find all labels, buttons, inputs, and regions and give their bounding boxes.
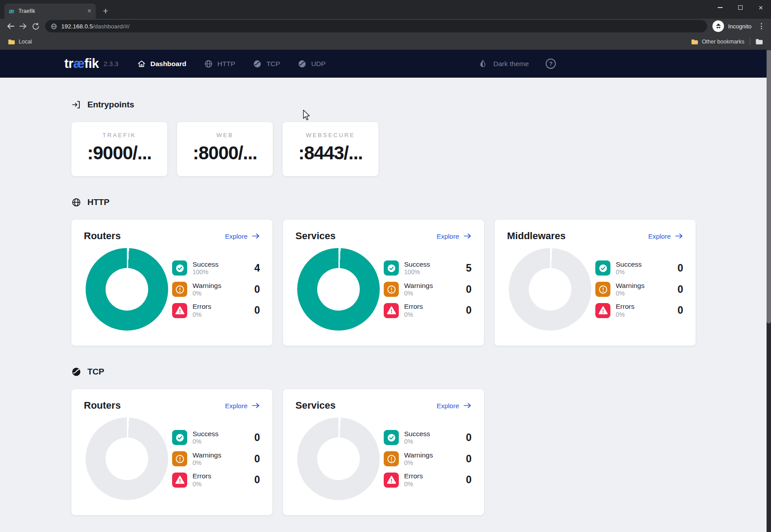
warning-badge — [384, 282, 399, 297]
dashboard-content: Entrypoints TRAEFIK :9000/... WEB :8000/… — [0, 78, 696, 515]
header-right: Dark theme ? — [478, 50, 556, 78]
stats-list: Success100%5Warnings0%0Errors0%0 — [384, 260, 472, 319]
stat-percent: 0% — [193, 290, 221, 298]
nav-dashboard[interactable]: Dashboard — [137, 59, 186, 68]
alert-triangle-icon — [386, 475, 397, 485]
incognito-label: Incognito — [728, 23, 751, 30]
stat-label: Success — [616, 260, 642, 268]
stat-value: 0 — [254, 304, 260, 316]
incognito-icon — [712, 20, 724, 32]
stat-value: 5 — [466, 262, 472, 274]
error-badge — [384, 303, 399, 318]
minimize-button[interactable] — [710, 0, 730, 15]
stat-percent: 0% — [404, 438, 430, 446]
stat-value: 0 — [254, 284, 260, 296]
explore-link[interactable]: Explore — [648, 233, 683, 240]
new-tab-button[interactable]: + — [99, 5, 112, 17]
arrow-right-icon — [252, 233, 260, 240]
bookmarks-bar: Local Other bookmarks — [0, 34, 771, 50]
traefik-logo: træfik — [64, 56, 99, 71]
nav-tcp[interactable]: TCP — [253, 59, 280, 68]
explore-link[interactable]: Explore — [225, 402, 260, 410]
scrollbar-thumb[interactable] — [767, 50, 771, 323]
stat-percent: 0% — [193, 311, 211, 319]
stat-row-error: Errors0%0 — [172, 302, 260, 319]
stat-value: 0 — [466, 453, 472, 465]
stat-label: Warnings — [404, 281, 433, 290]
traefik-page: træfik 2.3.3 Dashboard HTTP TCP UDP — [0, 50, 771, 532]
explore-link[interactable]: Explore — [437, 402, 472, 410]
check-circle-icon — [386, 433, 397, 443]
back-button[interactable] — [4, 20, 17, 32]
globe-icon — [71, 197, 81, 207]
tab-close-icon[interactable]: × — [87, 8, 91, 15]
proxy-circle-icon — [253, 59, 262, 68]
stat-row-success: Success100%4 — [172, 260, 260, 276]
forward-button[interactable] — [17, 20, 29, 32]
arrow-right-icon — [252, 402, 260, 409]
entrypoints-section: Entrypoints TRAEFIK :9000/... WEB :8000/… — [71, 100, 696, 176]
window-close-button[interactable]: × — [751, 0, 771, 15]
help-icon[interactable]: ? — [546, 59, 556, 69]
stats-list: Success0%0Warnings0%0Errors0%0 — [595, 260, 683, 319]
stat-label: Success — [404, 430, 430, 438]
stat-label: Success — [193, 260, 219, 268]
error-badge — [172, 303, 187, 318]
stat-percent: 0% — [616, 268, 642, 276]
entrypoints-heading: Entrypoints — [71, 100, 696, 110]
error-badge — [595, 303, 610, 318]
stat-value: 0 — [254, 474, 260, 486]
warning-badge — [595, 282, 610, 297]
browser-menu-button[interactable] — [756, 20, 767, 32]
warning-badge — [384, 451, 399, 466]
bookmark-local[interactable]: Local — [8, 39, 32, 45]
bookmarks-separator — [750, 38, 750, 46]
explore-link[interactable]: Explore — [225, 233, 260, 240]
explore-link[interactable]: Explore — [437, 233, 472, 240]
stat-row-success: Success100%5 — [384, 260, 472, 276]
stat-percent: 0% — [193, 438, 219, 446]
stat-label: Warnings — [193, 281, 221, 290]
stat-label: Warnings — [616, 281, 645, 290]
alert-circle-icon — [598, 284, 608, 295]
stat-percent: 0% — [404, 481, 423, 489]
reload-button[interactable] — [29, 20, 42, 32]
stat-value: 0 — [466, 284, 472, 296]
other-bookmarks[interactable]: Other bookmarks — [691, 39, 744, 45]
stat-row-success: Success0%0 — [595, 260, 683, 276]
section-heading-tcp: TCP — [71, 367, 696, 377]
section-title: HTTP — [87, 197, 110, 207]
card-title: Services — [295, 400, 336, 411]
stat-row-warning: Warnings0%0 — [595, 281, 683, 298]
url-bar[interactable]: 192.168.0.5/dashboard/#/ — [45, 20, 707, 32]
stat-label: Errors — [193, 472, 211, 480]
section-title: TCP — [87, 367, 104, 377]
main-nav: Dashboard HTTP TCP UDP — [137, 59, 326, 68]
scrollbar-track[interactable] — [767, 50, 771, 532]
all-bookmarks-folder-icon[interactable] — [755, 39, 763, 45]
entrypoint-card-web: WEB :8000/... — [177, 122, 273, 176]
cards-row: RoutersExploreSuccess0%0Warnings0%0Error… — [71, 389, 696, 515]
browser-tab[interactable]: æ Traefik × — [4, 4, 96, 19]
success-badge — [172, 430, 187, 445]
arrow-right-icon — [675, 233, 683, 240]
check-circle-icon — [598, 263, 608, 273]
proxy-dark-icon — [71, 367, 81, 377]
dark-theme-toggle[interactable]: Dark theme — [478, 59, 529, 68]
alert-circle-icon — [386, 454, 397, 464]
folder-icon — [691, 39, 698, 45]
alert-circle-icon — [175, 454, 185, 464]
stat-percent: 0% — [616, 290, 645, 298]
maximize-button[interactable] — [730, 0, 751, 15]
stat-value: 0 — [677, 262, 683, 274]
nav-udp[interactable]: UDP — [298, 59, 326, 68]
alert-triangle-icon — [386, 305, 397, 315]
stat-row-warning: Warnings0%0 — [384, 281, 472, 298]
cards-row: RoutersExploreSuccess100%4Warnings0%0Err… — [71, 220, 696, 346]
nav-http[interactable]: HTTP — [204, 59, 235, 68]
donut-chart — [509, 248, 591, 331]
stat-percent: 100% — [193, 268, 219, 276]
entrypoint-card-websecure: WEBSECURE :8443/... — [283, 122, 378, 176]
card-title: Routers — [84, 400, 121, 411]
url-text: 192.168.0.5/dashboard/#/ — [61, 23, 130, 30]
